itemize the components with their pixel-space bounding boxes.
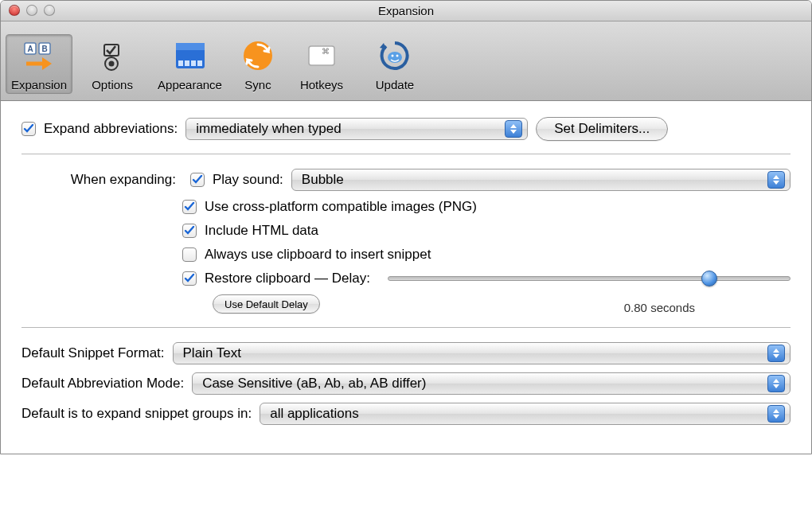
sync-icon — [240, 38, 275, 73]
toolbar-sync[interactable]: Sync — [234, 34, 282, 94]
chevron-updown-icon — [767, 405, 785, 423]
svg-rect-12 — [197, 60, 202, 66]
chevron-updown-icon — [767, 375, 785, 392]
update-icon — [377, 38, 412, 73]
divider — [21, 154, 791, 154]
png-checkbox[interactable] — [182, 200, 197, 214]
chevron-updown-icon — [767, 345, 785, 362]
html-checkbox[interactable] — [182, 224, 197, 238]
expand-in-value: all applications — [270, 406, 359, 422]
expansion-icon: A B — [21, 38, 57, 73]
toolbar-hotkeys-label: Hotkeys — [300, 78, 343, 92]
divider — [21, 327, 791, 328]
chevron-updown-icon — [767, 171, 785, 189]
toolbar-hotkeys[interactable]: ⌘ Hotkeys — [288, 34, 355, 94]
window-title: Expansion — [378, 4, 434, 18]
play-sound-value: Bubble — [302, 172, 344, 188]
svg-rect-11 — [191, 60, 196, 66]
svg-text:B: B — [41, 45, 47, 53]
abbr-mode-select[interactable]: Case Sensitive (aB, Ab, ab, AB differ) — [192, 372, 791, 395]
toolbar-expansion-label: Expansion — [11, 78, 67, 92]
toolbar-appearance-label: Appearance — [158, 78, 222, 92]
titlebar: Expansion — [1, 1, 811, 21]
svg-text:A: A — [27, 45, 33, 53]
toolbar-expansion[interactable]: A B Expansion — [6, 34, 72, 94]
appearance-icon — [173, 38, 208, 73]
set-delimiters-button[interactable]: Set Delimiters... — [536, 117, 668, 141]
png-label: Use cross-platform compatible images (PN… — [205, 199, 477, 215]
expand-abbr-mode-select[interactable]: immediately when typed — [185, 118, 528, 140]
svg-point-17 — [391, 55, 393, 57]
svg-rect-8 — [176, 43, 205, 50]
minimize-button[interactable] — [26, 5, 37, 16]
svg-point-18 — [396, 55, 398, 57]
abbr-mode-label: Default Abbreviation Mode: — [21, 376, 184, 392]
options-icon — [95, 38, 130, 73]
clipboard-insert-checkbox[interactable] — [182, 247, 197, 262]
play-sound-select[interactable]: Bubble — [291, 169, 791, 191]
close-button[interactable] — [9, 5, 20, 16]
snippet-format-label: Default Snippet Format: — [21, 345, 165, 361]
snippet-format-value: Plain Text — [183, 345, 241, 361]
play-sound-checkbox[interactable] — [190, 173, 205, 187]
delay-slider-thumb[interactable] — [701, 271, 717, 286]
expand-in-select[interactable]: all applications — [260, 403, 791, 425]
toolbar-sync-label: Sync — [244, 78, 271, 92]
expand-abbr-label: Expand abbreviations: — [44, 121, 178, 137]
toolbar-update-label: Update — [376, 78, 414, 92]
zoom-button[interactable] — [44, 5, 55, 16]
snippet-format-select[interactable]: Plain Text — [173, 342, 791, 364]
clipboard-insert-label: Always use clipboard to insert snippet — [205, 247, 431, 263]
expand-abbr-checkbox[interactable] — [21, 122, 36, 136]
when-expanding-label: When expanding: — [21, 172, 182, 188]
toolbar-options-label: Options — [92, 78, 133, 92]
restore-clipboard-label: Restore clipboard — Delay: — [205, 271, 370, 286]
expand-abbr-mode-value: immediately when typed — [196, 121, 341, 137]
use-default-delay-label: Use Default Delay — [224, 298, 308, 310]
chevron-updown-icon — [505, 120, 522, 138]
preferences-toolbar: A B Expansion Options — [1, 21, 811, 101]
svg-point-6 — [109, 61, 115, 67]
expand-in-label: Default is to expand snippet groups in: — [21, 406, 252, 422]
delay-value-label: 0.80 seconds — [624, 301, 695, 314]
abbr-mode-value: Case Sensitive (aB, Ab, ab, AB differ) — [202, 376, 426, 392]
svg-rect-9 — [178, 60, 183, 66]
hotkeys-icon: ⌘ — [304, 38, 339, 73]
play-sound-label: Play sound: — [213, 172, 283, 188]
set-delimiters-label: Set Delimiters... — [554, 121, 650, 137]
svg-rect-10 — [185, 60, 189, 66]
html-label: Include HTML data — [205, 223, 318, 239]
use-default-delay-button[interactable]: Use Default Delay — [213, 294, 320, 314]
toolbar-update[interactable]: Update — [361, 34, 428, 94]
toolbar-appearance[interactable]: Appearance — [152, 34, 228, 94]
restore-clipboard-checkbox[interactable] — [182, 271, 197, 286]
toolbar-options[interactable]: Options — [79, 34, 146, 94]
svg-text:⌘: ⌘ — [322, 47, 330, 56]
delay-slider[interactable] — [388, 276, 791, 281]
